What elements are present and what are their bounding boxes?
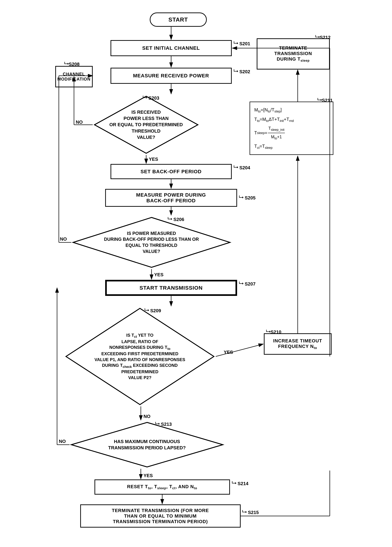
svg-text:YES: YES xyxy=(149,157,158,162)
svg-text:NO: NO xyxy=(59,439,66,444)
math-line-1: Mto=[Nto/Tstep] xyxy=(254,106,329,114)
s204-lbl: ⮡ S204 xyxy=(234,165,250,171)
s201-lbl: ⮡ S201 xyxy=(234,41,250,47)
s203-lbl-text: ⮡ S203 xyxy=(143,95,159,101)
s206-diamond: IS POWER MEASUREDDURING BACK-OFF PERIOD … xyxy=(71,216,232,269)
s211-lbl-text: ⮡S211 xyxy=(317,98,333,103)
flowchart: START SET INITIAL CHANNEL ⮡ S201 MEASURE… xyxy=(54,7,339,538)
s206-diamond-inner: IS POWER MEASUREDDURING BACK-OFF PERIOD … xyxy=(71,216,232,269)
s204-label: SET BACK-OFF PERIOD xyxy=(140,169,202,174)
s209-lbl: ⮡ S209 xyxy=(144,308,161,314)
s209-diamond-inner: IS Tct YET TOLAPSE, RATIO OFNONRESPONSES… xyxy=(64,307,216,406)
svg-text:YES: YES xyxy=(224,349,233,355)
svg-line-22 xyxy=(216,344,263,356)
s202-label: MEASURE RECEIVED POWER xyxy=(133,73,209,79)
start-label: START xyxy=(168,16,188,23)
s213-text: HAS MAXIMUM CONTINUOUSTRANSMISSION PERIO… xyxy=(103,437,191,453)
svg-text:NO: NO xyxy=(60,236,67,242)
svg-text:YES: YES xyxy=(144,473,153,478)
s214-box: RESET Tto, Tsleep, Tct, AND Nto xyxy=(95,479,230,495)
s209-text: IS Tct YET TOLAPSE, RATIO OFNONRESPONSES… xyxy=(80,331,199,382)
s208-lbl: ⮡S208 xyxy=(64,62,80,67)
s211-box: Mto=[Nto/Tstep] Tto=MtoΔT+Tinit+Trnd Tsl… xyxy=(250,102,333,155)
s210-lbl-text: ⮡S210 xyxy=(266,329,282,335)
s213-lbl: ⮡ S213 xyxy=(155,422,172,427)
s207-lbl-text: ⮡ S207 xyxy=(239,281,256,287)
s208-label: CHANNELMODIFICATION xyxy=(57,72,90,82)
s209-lbl-text: ⮡ S209 xyxy=(144,308,161,313)
s201-label: SET INITIAL CHANNEL xyxy=(142,45,200,51)
s205-lbl-text: ⮡ S205 xyxy=(239,195,256,200)
s203-text: IS RECEIVEDPOWER LESS THANOR EQUAL TO PR… xyxy=(104,107,188,142)
svg-text:NO: NO xyxy=(76,119,83,125)
s205-box: MEASURE POWER DURINGBACK-OFF PERIOD xyxy=(105,189,237,207)
s202-lbl: ⮡ S202 xyxy=(234,69,250,75)
s206-lbl: ⮡ S206 xyxy=(168,217,184,222)
math-line-3: Tsleep= Tsleep_init Mto+1 xyxy=(254,125,329,141)
s203-lbl: ⮡ S203 xyxy=(143,95,159,101)
s213-diamond: HAS MAXIMUM CONTINUOUSTRANSMISSION PERIO… xyxy=(69,421,225,469)
math-line-2: Tto=MtoΔT+Tinit+Trnd xyxy=(254,115,329,124)
s214-lbl-text: ⮡ S214 xyxy=(232,481,248,486)
s205-lbl: ⮡ S205 xyxy=(239,195,256,201)
s204-lbl-text: ⮡ S204 xyxy=(234,165,250,170)
s214-lbl: ⮡ S214 xyxy=(232,481,248,486)
s213-diamond-inner: HAS MAXIMUM CONTINUOUSTRANSMISSION PERIO… xyxy=(69,421,225,469)
s204-box: SET BACK-OFF PERIOD xyxy=(110,164,232,179)
s215-label: TERMINATE TRANSMISSION (FOR MORETHAN OR … xyxy=(112,508,209,524)
s202-lbl-text: ⮡ S202 xyxy=(234,69,250,74)
s215-lbl: ⮡ S215 xyxy=(242,510,259,515)
s210-label: INCREASE TIMEOUTFREQUENCY Nto xyxy=(273,338,322,350)
s201-box: SET INITIAL CHANNEL xyxy=(110,40,232,56)
s215-box: TERMINATE TRANSMISSION (FOR MORETHAN OR … xyxy=(80,504,241,527)
start-box: START xyxy=(150,13,207,27)
s211-lbl: ⮡S211 xyxy=(317,98,333,103)
s207-label: START TRANSMISSION xyxy=(139,285,202,291)
s212-lbl: ⮡S212 xyxy=(315,35,331,40)
s215-lbl-text: ⮡ S215 xyxy=(242,510,259,515)
s203-diamond: IS RECEIVEDPOWER LESS THANOR EQUAL TO PR… xyxy=(93,95,200,155)
s213-lbl-text: ⮡ S213 xyxy=(155,422,172,427)
s208-lbl-text: ⮡S208 xyxy=(64,62,80,67)
svg-text:NO: NO xyxy=(144,414,151,419)
s209-diamond: IS Tct YET TOLAPSE, RATIO OFNONRESPONSES… xyxy=(64,307,216,406)
svg-text:YES: YES xyxy=(154,272,164,277)
frac-sleep: Tsleep_init Mto+1 xyxy=(268,125,285,141)
s210-lbl: ⮡S210 xyxy=(266,329,282,335)
s206-text: IS POWER MEASUREDDURING BACK-OFF PERIOD … xyxy=(99,229,204,256)
s207-box: START TRANSMISSION xyxy=(105,280,237,296)
s212-box: TERMINATETRANSMISSIONDURING Tsleep xyxy=(257,38,330,69)
s212-lbl-text: ⮡S212 xyxy=(315,35,331,40)
s208-box: CHANNELMODIFICATION xyxy=(55,66,93,87)
s214-label: RESET Tto, Tsleep, Tct, AND Nto xyxy=(127,484,197,490)
s201-lbl-text: ⮡ S201 xyxy=(234,41,250,46)
s205-label: MEASURE POWER DURINGBACK-OFF PERIOD xyxy=(136,192,206,204)
s210-box: INCREASE TIMEOUTFREQUENCY Nto xyxy=(264,333,331,355)
s203-diamond-inner: IS RECEIVEDPOWER LESS THANOR EQUAL TO PR… xyxy=(93,95,200,155)
s212-label: TERMINATETRANSMISSIONDURING Tsleep xyxy=(274,45,312,62)
s206-lbl-text: ⮡ S206 xyxy=(168,217,184,222)
s202-box: MEASURE RECEIVED POWER xyxy=(110,68,232,84)
math-line-4: Tct=Tsleep xyxy=(254,142,329,151)
s207-lbl: ⮡ S207 xyxy=(239,281,256,287)
